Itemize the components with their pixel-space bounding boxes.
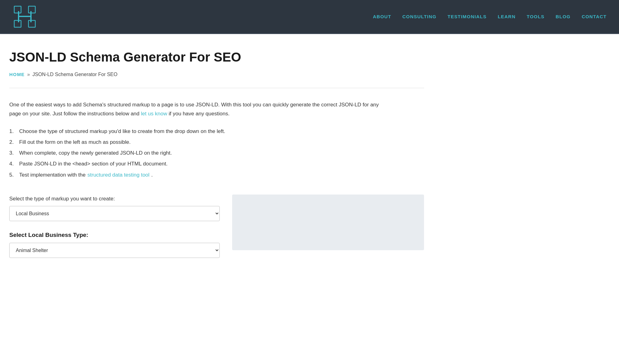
structured-data-link[interactable]: structured data testing tool [88, 171, 149, 179]
nav-contact[interactable]: CONTACT [582, 13, 607, 20]
instruction-1-text: Choose the type of structured markup you… [19, 127, 225, 135]
svg-rect-1 [28, 6, 35, 13]
tool-area: Select the type of markup you want to cr… [9, 195, 424, 258]
breadcrumb: Home » JSON-LD Schema Generator For SEO [9, 71, 424, 79]
markup-type-select[interactable]: Local BusinessArticleProductOrganization… [9, 206, 220, 221]
logo[interactable] [12, 4, 37, 29]
breadcrumb-home[interactable]: Home [9, 71, 25, 78]
business-type-label: Select Local Business Type: [9, 230, 220, 240]
instruction-5-text: Test implementation with the [19, 171, 86, 179]
instructions-list: 1. Choose the type of structured markup … [9, 127, 424, 179]
breadcrumb-current: JSON-LD Schema Generator For SEO [32, 71, 118, 79]
select-markup-label: Select the type of markup you want to cr… [9, 195, 220, 203]
svg-rect-0 [14, 6, 21, 13]
divider [9, 88, 424, 88]
site-header: ABOUT CONSULTING TESTIMONIALS LEARN TOOL… [0, 0, 619, 34]
intro-text-after: if you have any questions. [169, 111, 230, 117]
nav-learn[interactable]: LEARN [498, 13, 516, 20]
main-content: JSON-LD Schema Generator For SEO Home » … [0, 34, 433, 276]
intro-paragraph: One of the easiest ways to add Schema's … [9, 101, 381, 118]
nav-tools[interactable]: TOOLS [527, 13, 544, 20]
svg-rect-2 [14, 20, 21, 27]
page-title: JSON-LD Schema Generator For SEO [9, 49, 424, 65]
breadcrumb-separator: » [27, 71, 30, 79]
instruction-1: 1. Choose the type of structured markup … [9, 127, 424, 135]
instruction-5: 5. Test implementation with the structur… [9, 171, 424, 179]
instruction-3: 3. When complete, copy the newly generat… [9, 149, 424, 157]
nav-blog[interactable]: BLOG [556, 13, 570, 20]
nav-about[interactable]: ABOUT [373, 13, 391, 20]
instruction-4-text: Paste JSON-LD in the <head> section of y… [19, 160, 167, 168]
markup-type-group: Select the type of markup you want to cr… [9, 195, 220, 221]
svg-rect-3 [28, 20, 35, 27]
output-panel [232, 195, 424, 250]
svg-rect-6 [18, 16, 32, 17]
left-panel: Select the type of markup you want to cr… [9, 195, 220, 258]
instruction-2-text: Fill out the form on the left as much as… [19, 138, 131, 146]
nav-testimonials[interactable]: TESTIMONIALS [448, 13, 487, 20]
instruction-2: 2. Fill out the form on the left as much… [9, 138, 424, 146]
business-type-group: Select Local Business Type: Animal Shelt… [9, 230, 220, 258]
nav-consulting[interactable]: CONSULTING [402, 13, 436, 20]
main-nav: ABOUT CONSULTING TESTIMONIALS LEARN TOOL… [373, 13, 607, 20]
let-us-know-link[interactable]: let us know [141, 111, 167, 117]
instruction-4: 4. Paste JSON-LD in the <head> section o… [9, 160, 424, 168]
instruction-3-text: When complete, copy the newly generated … [19, 149, 172, 157]
business-type-select[interactable]: Animal ShelterAutomotive BusinessChild C… [9, 243, 220, 258]
